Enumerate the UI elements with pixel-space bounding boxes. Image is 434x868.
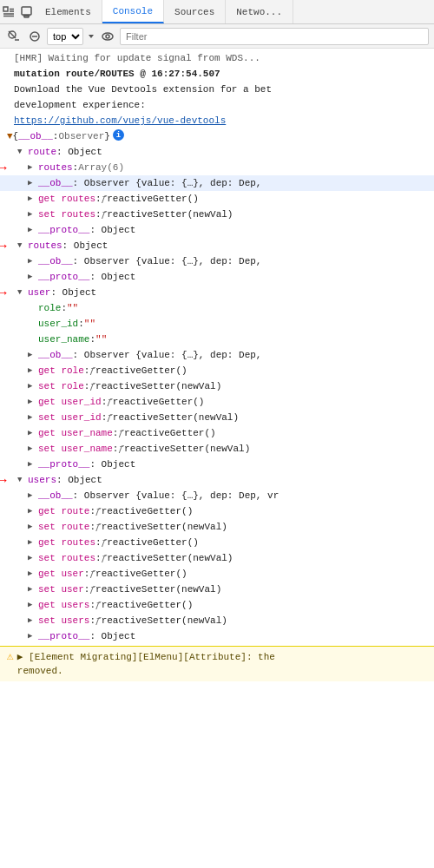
get-routes2-toggle[interactable] bbox=[28, 536, 36, 549]
clear-console-icon[interactable] bbox=[5, 28, 23, 45]
get-route-toggle[interactable] bbox=[28, 504, 36, 518]
root-object[interactable]: ▼ {__ob__: Observer} i bbox=[0, 128, 434, 144]
get-user[interactable]: get user: ƒ reactiveGetter() bbox=[0, 566, 434, 582]
hmr-message: [HMR] Waiting for update signal from WDS… bbox=[0, 50, 434, 66]
proto-routes[interactable]: __proto__: Object bbox=[0, 269, 434, 285]
get-userid-toggle[interactable] bbox=[28, 395, 36, 409]
get-routes-toggle[interactable] bbox=[28, 192, 36, 206]
routes-object-toggle[interactable] bbox=[17, 239, 26, 253]
context-select[interactable]: top bbox=[47, 28, 83, 45]
tab-console[interactable]: Console bbox=[102, 0, 164, 23]
set-users-toggle[interactable] bbox=[28, 614, 36, 628]
inspect-icon[interactable] bbox=[0, 3, 17, 21]
proto-route[interactable]: __proto__: Object bbox=[0, 222, 434, 238]
red-arrow-user: → bbox=[0, 286, 7, 300]
route-object[interactable]: route: Object bbox=[0, 144, 434, 160]
user-role: role: "" bbox=[0, 300, 434, 316]
get-routes[interactable]: get routes: ƒ reactiveGetter() bbox=[0, 191, 434, 207]
routes-array[interactable]: → routes: Array(6) bbox=[0, 160, 434, 175]
get-role-toggle[interactable] bbox=[28, 364, 36, 378]
proto4-toggle[interactable] bbox=[28, 629, 36, 643]
svg-point-14 bbox=[102, 33, 113, 40]
user-name: user_name: "" bbox=[0, 332, 434, 347]
stop-icon[interactable] bbox=[26, 28, 43, 45]
set-routes2-toggle[interactable] bbox=[28, 551, 36, 565]
ob-users-toggle[interactable] bbox=[28, 489, 36, 503]
warning-text: ▶ [Element Migrating][ElMenu][Attribute]… bbox=[17, 650, 275, 678]
svg-rect-5 bbox=[22, 7, 31, 15]
get-routes-users[interactable]: get routes: ƒ reactiveGetter() bbox=[0, 535, 434, 550]
routes-object[interactable]: → routes: Object bbox=[0, 238, 434, 253]
set-role-toggle[interactable] bbox=[28, 379, 36, 393]
svg-marker-13 bbox=[89, 35, 94, 38]
devtools-msg2: development experience: bbox=[0, 97, 434, 113]
console-content: [HMR] Waiting for update signal from WDS… bbox=[0, 49, 434, 646]
get-user-name[interactable]: get user_name: ƒ reactiveGetter() bbox=[0, 425, 434, 441]
set-username-toggle[interactable] bbox=[28, 442, 36, 456]
red-arrow-routes: → bbox=[0, 161, 7, 175]
warning-bar: ⚠ ▶ [Element Migrating][ElMenu][Attribut… bbox=[0, 646, 434, 681]
get-users[interactable]: get users: ƒ reactiveGetter() bbox=[0, 597, 434, 613]
set-user-toggle[interactable] bbox=[28, 582, 36, 596]
proto3-toggle[interactable] bbox=[28, 457, 36, 471]
set-user-id[interactable]: set user_id: ƒ reactiveSetter(newVal) bbox=[0, 410, 434, 425]
set-routes-users[interactable]: set routes: ƒ reactiveSetter(newVal) bbox=[0, 550, 434, 566]
ob-routes-toggle[interactable] bbox=[28, 254, 36, 268]
get-username-toggle[interactable] bbox=[28, 426, 36, 440]
proto-user[interactable]: __proto__: Object bbox=[0, 457, 434, 472]
set-users[interactable]: set users: ƒ reactiveSetter(newVal) bbox=[0, 613, 434, 628]
red-arrow-users: → bbox=[0, 474, 7, 488]
filter-input[interactable] bbox=[120, 28, 429, 45]
tabs-row: Elements Console Sources Netwo... bbox=[0, 0, 434, 24]
devtools-msg1: Download the Vue Devtools extension for … bbox=[0, 82, 434, 97]
ob-observer-user[interactable]: __ob__: Observer {value: {…}, dep: Dep, bbox=[0, 347, 434, 363]
proto-users[interactable]: __proto__: Object bbox=[0, 628, 434, 644]
device-icon[interactable] bbox=[17, 3, 35, 21]
proto2-toggle[interactable] bbox=[28, 270, 36, 284]
get-role[interactable]: get role: ƒ reactiveGetter() bbox=[0, 363, 434, 378]
tab-elements[interactable]: Elements bbox=[35, 0, 102, 23]
dropdown-arrow-icon bbox=[87, 32, 95, 41]
set-user-name[interactable]: set user_name: ƒ reactiveSetter(newVal) bbox=[0, 441, 434, 457]
routes-array-toggle[interactable] bbox=[28, 161, 36, 174]
users-object[interactable]: → users: Object bbox=[0, 472, 434, 488]
eye-icon[interactable] bbox=[99, 28, 116, 45]
route-toggle[interactable] bbox=[17, 145, 26, 159]
warning-icon: ⚠ bbox=[7, 650, 14, 664]
user-id: user_id: "" bbox=[0, 316, 434, 332]
get-users-toggle[interactable] bbox=[28, 598, 36, 612]
set-route-toggle[interactable] bbox=[28, 520, 36, 534]
ob-observer-routes[interactable]: __ob__: Observer {value: {…}, dep: Dep, bbox=[0, 253, 434, 269]
mutation-line: mutation route/ROUTES @ 16:27:54.507 bbox=[0, 66, 434, 82]
users-object-toggle[interactable] bbox=[17, 473, 26, 487]
svg-rect-0 bbox=[3, 7, 8, 11]
red-arrow-routes-obj: → bbox=[0, 240, 7, 253]
get-route[interactable]: get route: ƒ reactiveGetter() bbox=[0, 503, 434, 519]
ob-observer-users[interactable]: __ob__: Observer {value: {…}, dep: Dep, … bbox=[0, 488, 434, 503]
info-badge: i bbox=[113, 129, 124, 141]
proto1-toggle[interactable] bbox=[28, 223, 36, 237]
ob-toggle[interactable] bbox=[28, 176, 36, 190]
user-object[interactable]: → user: Object bbox=[0, 285, 434, 300]
set-routes[interactable]: set routes: ƒ reactiveSetter(newVal) bbox=[0, 207, 434, 222]
svg-point-15 bbox=[106, 35, 109, 38]
set-routes-toggle[interactable] bbox=[28, 207, 36, 221]
console-toolbar: top bbox=[0, 24, 434, 49]
get-user-toggle[interactable] bbox=[28, 567, 36, 581]
set-user[interactable]: set user: ƒ reactiveSetter(newVal) bbox=[0, 582, 434, 597]
ob-user-toggle[interactable] bbox=[28, 348, 36, 362]
tab-network[interactable]: Netwo... bbox=[226, 0, 293, 23]
ob-observer-route[interactable]: __ob__: Observer {value: {…}, dep: Dep, bbox=[0, 175, 434, 191]
set-userid-toggle[interactable] bbox=[28, 411, 36, 424]
set-route[interactable]: set route: ƒ reactiveSetter(newVal) bbox=[0, 519, 434, 535]
tab-sources[interactable]: Sources bbox=[164, 0, 226, 23]
user-object-toggle[interactable] bbox=[17, 286, 26, 299]
devtools-link[interactable]: https://github.com/vuejs/vue-devtools bbox=[0, 113, 434, 128]
set-role[interactable]: set role: ƒ reactiveSetter(newVal) bbox=[0, 378, 434, 394]
get-user-id[interactable]: get user_id: ƒ reactiveGetter() bbox=[0, 394, 434, 410]
